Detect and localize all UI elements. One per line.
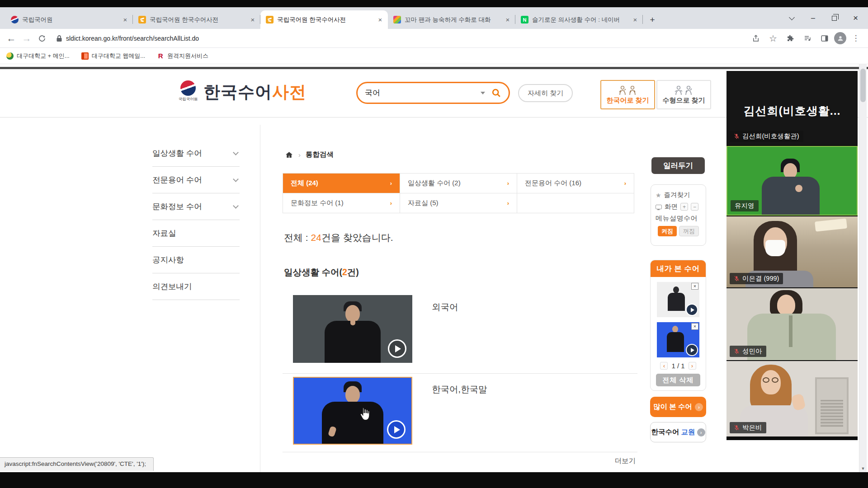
site-logo[interactable]: 국립국어원 한국수어사전: [179, 80, 307, 104]
tab-culture-signs[interactable]: 문화정보 수어 (1)›: [283, 193, 400, 213]
scrollbar-thumb[interactable]: [860, 69, 866, 102]
zoom-out-button[interactable]: −: [691, 203, 698, 211]
delete-all-button[interactable]: 전체 삭제: [656, 374, 700, 386]
bookmark-icon: [81, 52, 89, 60]
viewed-sign-thumbnail[interactable]: ×: [657, 282, 699, 317]
video-thumbnail-foreign-language[interactable]: [293, 295, 412, 363]
tab-all[interactable]: 전체 (24)›: [283, 174, 400, 193]
play-button[interactable]: [686, 304, 698, 316]
side-panel-button[interactable]: [817, 31, 832, 46]
search-icon[interactable]: [491, 88, 501, 98]
bookmark-remote-support[interactable]: R 원격지원서비스: [157, 52, 208, 60]
play-button[interactable]: [387, 420, 406, 439]
side-panel-icon: [821, 34, 829, 42]
guide-button[interactable]: 일러두기: [651, 157, 705, 174]
zoom-in-button[interactable]: +: [680, 203, 688, 211]
tab-title: 국립국어원 한국수어사전: [277, 16, 373, 24]
participant-label: 이은결 (999): [730, 273, 783, 284]
video-thumbnail-korean-language[interactable]: [293, 377, 412, 445]
favorites-row[interactable]: ★ 즐겨찾기: [656, 191, 701, 199]
restore-button[interactable]: [824, 7, 845, 29]
result-label[interactable]: 외국어: [432, 301, 458, 313]
toggle-off-button[interactable]: 꺼짐: [679, 226, 699, 236]
tab-close-icon[interactable]: ×: [249, 16, 257, 24]
load-more-link[interactable]: 더보기: [615, 457, 636, 465]
participant-tile-kimsunhee[interactable]: 김선희(비호생활... 김선희(비호생활관): [726, 71, 858, 145]
tab-nikl-home[interactable]: 국립국어원 ×: [5, 10, 133, 29]
address-bar[interactable]: sldict.korean.go.kr/front/search/searchA…: [56, 35, 748, 42]
reload-button[interactable]: [34, 31, 50, 46]
search-input[interactable]: [365, 89, 477, 98]
puzzle-icon: [786, 34, 794, 42]
bookmark-icon: R: [157, 52, 164, 60]
new-tab-button[interactable]: +: [646, 13, 659, 27]
sidebar-item-culture-signs[interactable]: 문화정보 수어: [152, 193, 240, 220]
forward-button[interactable]: →: [19, 31, 34, 46]
participant-main-name: 김선희(비호생활...: [726, 103, 858, 118]
scroll-down-icon[interactable]: ▼: [859, 466, 867, 471]
participant-tile-seongmina[interactable]: 성민아: [726, 288, 858, 360]
toggle-on-button[interactable]: 켜짐: [658, 226, 677, 236]
participant-tile-yujiyoung-active-speaker[interactable]: 유지영: [726, 146, 858, 216]
bookmark-dgu-main[interactable]: 대구대학교 + 메인...: [6, 52, 70, 60]
sldict-favicon: [266, 16, 274, 23]
bookmark-star-button[interactable]: ☆: [765, 31, 781, 46]
tab-search-button[interactable]: [781, 7, 802, 29]
participant-tile-leeeungyeol[interactable]: 이은결 (999): [726, 216, 858, 287]
participant-face: [783, 163, 797, 178]
tab-naver[interactable]: N 슬기로운 의사생활 수어 : 네이버 ×: [515, 10, 643, 29]
arrow-right-icon: ›: [624, 180, 626, 187]
detail-search-button[interactable]: 자세히 찾기: [518, 84, 573, 102]
viewed-sign-thumbnail[interactable]: ×: [657, 322, 699, 357]
browser-menu-button[interactable]: ⋮: [848, 31, 863, 46]
tab-sldict-1[interactable]: 국립국어원 한국수어사전 ×: [133, 10, 260, 29]
sign-teacher-button[interactable]: 한국수어교원 ›: [650, 422, 706, 442]
naver-favicon: N: [521, 16, 528, 23]
home-icon[interactable]: [285, 151, 293, 159]
share-button[interactable]: [748, 31, 764, 46]
sidebar-item-term-signs[interactable]: 전문용어 수어: [152, 167, 240, 193]
page-scrollbar[interactable]: ▼: [859, 64, 867, 472]
popular-signs-button[interactable]: 많이 본 수어 ›: [650, 397, 706, 417]
tab-jtbc[interactable]: 꼬마 팬과 능숙하게 수화로 대화 ×: [388, 10, 515, 29]
next-page-button[interactable]: ›: [689, 362, 696, 370]
video-call-panel: 김선희(비호생활... 김선희(비호생활관) 유지영 이은결 (999) 성민아: [726, 71, 858, 440]
search-dropdown-caret-icon[interactable]: [481, 92, 485, 94]
tab-sldict-2-active[interactable]: 국립국어원 한국수어사전 ×: [260, 10, 388, 29]
result-category-tabs: 전체 (24)› 일상생활 수어 (2)› 전문용어 수어 (16)› 문화정보…: [283, 173, 634, 213]
monitor-icon: [656, 205, 662, 209]
tab-close-icon[interactable]: ×: [376, 16, 384, 24]
result-label[interactable]: 한국어,한국말: [432, 383, 487, 395]
find-by-korean-button[interactable]: 한국어로 찾기: [600, 80, 655, 109]
tab-term-signs[interactable]: 전문용어 수어 (16)›: [517, 174, 634, 193]
prev-page-button[interactable]: ‹: [660, 362, 668, 370]
find-by-handshape-button[interactable]: 수형으로 찾기: [656, 80, 711, 109]
tab-archive[interactable]: 자료실 (5)›: [400, 193, 517, 213]
breadcrumb-separator-icon: ›: [298, 151, 301, 159]
remove-thumbnail-icon[interactable]: ×: [691, 283, 698, 290]
extensions-button[interactable]: [783, 31, 798, 46]
tab-close-icon[interactable]: ×: [121, 16, 129, 24]
bookmark-dgu-webmail[interactable]: 대구대학교 웹메일...: [81, 52, 145, 60]
participant-face: [777, 295, 795, 315]
close-window-button[interactable]: ×: [845, 7, 866, 29]
profile-avatar[interactable]: [834, 32, 846, 44]
sidebar-item-feedback[interactable]: 의견보내기: [152, 273, 240, 300]
participant-tile-parkeunbi[interactable]: 박은비: [726, 361, 858, 436]
remove-thumbnail-icon[interactable]: ×: [691, 323, 698, 330]
letterbox-bottom: [0, 472, 868, 488]
tab-close-icon[interactable]: ×: [504, 16, 512, 24]
sidebar-item-daily-signs[interactable]: 일상생활 수어: [152, 140, 240, 167]
sidebar-item-archive[interactable]: 자료실: [152, 220, 240, 247]
tab-daily-signs[interactable]: 일상생활 수어 (2)›: [400, 174, 517, 193]
play-button[interactable]: [686, 344, 698, 356]
sidebar-item-notice[interactable]: 공지사항: [152, 247, 240, 273]
breadcrumb: › 통합검색: [285, 150, 334, 160]
thumbnail-pagination: ‹ 1 / 1 ›: [651, 362, 706, 370]
reading-list-button[interactable]: [800, 31, 815, 46]
minimize-button[interactable]: –: [802, 7, 824, 29]
reload-icon: [38, 34, 46, 42]
back-button[interactable]: ←: [4, 31, 19, 46]
play-button[interactable]: [388, 339, 406, 358]
tab-close-icon[interactable]: ×: [631, 16, 639, 24]
